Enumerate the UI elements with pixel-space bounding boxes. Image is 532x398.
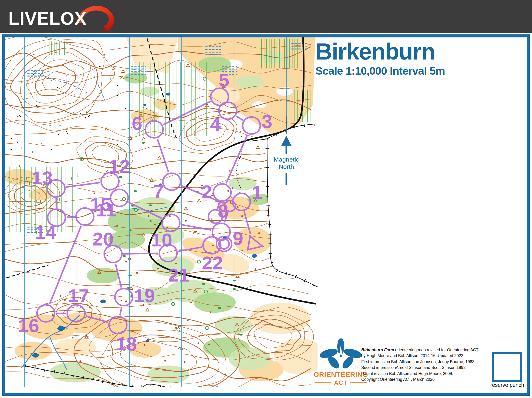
control-number-15: 15 <box>90 194 111 214</box>
control-number-19: 19 <box>134 286 155 306</box>
control-number-16: 16 <box>18 315 39 336</box>
reserve-punch-box <box>492 352 522 382</box>
credits-line3: First impression Bob Allison, Ian Johnso… <box>361 359 492 365</box>
act-dash-left <box>315 382 331 383</box>
act-dash-right <box>350 382 367 383</box>
credits-line2: by Hugh Moore and Bob Allison, 2014-16. … <box>361 353 492 359</box>
control-number-1: 1 <box>252 182 262 203</box>
map-title: Birkenburn <box>316 40 445 63</box>
control-number-12: 12 <box>109 156 130 177</box>
map-scale: Scale 1:10,000 Interval 5m <box>316 64 445 77</box>
control-number-6: 6 <box>132 113 142 133</box>
control-number-8: 8 <box>218 201 228 221</box>
credits-line1: orienteering map revised for Orienteerin… <box>394 348 479 352</box>
control-number-4: 4 <box>210 114 221 134</box>
map-credits: Birkenburn Farm orienteering map revised… <box>361 347 492 382</box>
act-flower-icon <box>314 338 367 369</box>
credits-line5: Partial revision Bob Allison and Hugh Mo… <box>361 371 492 377</box>
magnetic-north-label-2: North <box>279 163 294 170</box>
header-bar: LIVELOX <box>0 0 532 33</box>
control-number-22: 22 <box>202 253 223 273</box>
control-number-9: 9 <box>233 228 243 249</box>
reserve-punch-label: reserve punch <box>487 382 528 388</box>
livelox-logo-text: LIVELOX <box>8 8 87 28</box>
control-number-5: 5 <box>219 70 229 90</box>
control-number-18: 18 <box>116 334 137 354</box>
control-number-17: 17 <box>68 286 89 306</box>
credits-line4: Second impressionArnold Simson and Scott… <box>361 365 492 371</box>
control-number-21: 21 <box>168 265 189 285</box>
control-number-13: 13 <box>32 168 53 188</box>
print-page: 12345678910111213141516171819202122 Magn… <box>2 34 530 396</box>
control-number-2: 2 <box>202 182 212 202</box>
livelox-logo: LIVELOX <box>0 0 130 33</box>
control-number-14: 14 <box>35 222 56 243</box>
magnetic-north-label-1: Magnetic <box>273 156 299 163</box>
credits-map-name: Birkenburn Farm <box>361 348 394 352</box>
map-title-block: Birkenburn Scale 1:10,000 Interval 5m <box>316 40 445 77</box>
act-logo-act: ACT <box>334 379 347 386</box>
control-number-7: 7 <box>153 181 164 202</box>
control-number-3: 3 <box>262 111 272 131</box>
control-number-10: 10 <box>151 230 172 250</box>
control-number-20: 20 <box>92 229 114 249</box>
unmapped-area <box>267 123 317 287</box>
orienteering-map: 12345678910111213141516171819202122 Magn… <box>5 37 317 387</box>
credits-line6: Copyright Orienteering ACT, March 2026 <box>361 377 492 382</box>
